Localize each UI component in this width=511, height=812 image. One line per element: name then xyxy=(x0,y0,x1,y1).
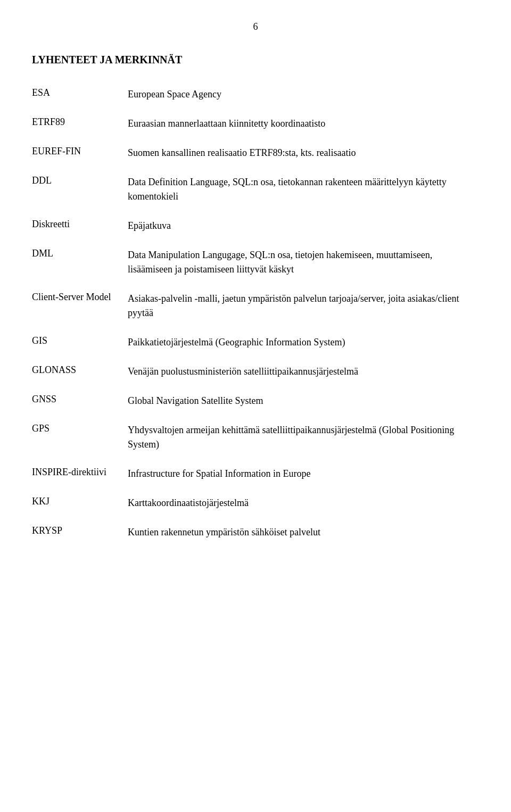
entry-term: GLONASS xyxy=(32,364,128,376)
list-item: DDLData Definition Language, SQL:n osa, … xyxy=(32,175,479,204)
list-item: ETRF89Euraasian mannerlaattaan kiinnitet… xyxy=(32,117,479,131)
entry-term: Client-Server Model xyxy=(32,292,128,303)
list-item: Client-Server ModelAsiakas-palvelin -mal… xyxy=(32,292,479,320)
entry-definition: European Space Agency xyxy=(128,87,479,102)
entry-definition: Data Manipulation Langugage, SQL:n osa, … xyxy=(128,248,479,277)
entry-term: Diskreetti xyxy=(32,219,128,230)
entry-term: DML xyxy=(32,248,128,259)
list-item: DMLData Manipulation Langugage, SQL:n os… xyxy=(32,248,479,277)
entry-term: ETRF89 xyxy=(32,117,128,128)
entry-term: KRYSP xyxy=(32,525,128,536)
list-item: EUREF-FINSuomen kansallinen realisaatio … xyxy=(32,146,479,160)
list-item: ESAEuropean Space Agency xyxy=(32,87,479,102)
entry-definition: Kuntien rakennetun ympäristön sähköiset … xyxy=(128,525,479,540)
list-item: GLONASSVenäjän puolustusministeriön sate… xyxy=(32,364,479,379)
entry-definition: Karttakoordinaatistojärjestelmä xyxy=(128,496,479,510)
entry-term: GPS xyxy=(32,423,128,434)
entry-definition: Global Navigation Satellite System xyxy=(128,394,479,408)
list-item: KKJKarttakoordinaatistojärjestelmä xyxy=(32,496,479,510)
page-number: 6 xyxy=(32,21,479,32)
entry-term: KKJ xyxy=(32,496,128,507)
entry-definition: Venäjän puolustusministeriön satelliitti… xyxy=(128,364,479,379)
entry-term: GNSS xyxy=(32,394,128,405)
entry-term: ESA xyxy=(32,87,128,98)
entry-term: INSPIRE-direktiivi xyxy=(32,467,128,478)
entry-definition: Data Definition Language, SQL:n osa, tie… xyxy=(128,175,479,204)
list-item: INSPIRE-direktiiviInfrastructure for Spa… xyxy=(32,467,479,481)
entry-definition: Paikkatietojärjestelmä (Geographic Infor… xyxy=(128,335,479,350)
entries-list: ESAEuropean Space AgencyETRF89Euraasian … xyxy=(32,87,479,540)
page-title: LYHENTEET JA MERKINNÄT xyxy=(32,54,479,66)
entry-term: EUREF-FIN xyxy=(32,146,128,157)
entry-definition: Infrastructure for Spatial Information i… xyxy=(128,467,479,481)
list-item: GNSSGlobal Navigation Satellite System xyxy=(32,394,479,408)
entry-definition: Euraasian mannerlaattaan kiinnitetty koo… xyxy=(128,117,479,131)
entry-term: GIS xyxy=(32,335,128,346)
list-item: GPSYhdysvaltojen armeijan kehittämä sate… xyxy=(32,423,479,452)
list-item: GISPaikkatietojärjestelmä (Geographic In… xyxy=(32,335,479,350)
entry-term: DDL xyxy=(32,175,128,186)
list-item: KRYSPKuntien rakennetun ympäristön sähkö… xyxy=(32,525,479,540)
entry-definition: Yhdysvaltojen armeijan kehittämä satelli… xyxy=(128,423,479,452)
list-item: DiskreettiEpäjatkuva xyxy=(32,219,479,233)
entry-definition: Asiakas-palvelin -malli, jaetun ympärist… xyxy=(128,292,479,320)
entry-definition: Epäjatkuva xyxy=(128,219,479,233)
entry-definition: Suomen kansallinen realisaatio ETRF89:st… xyxy=(128,146,479,160)
